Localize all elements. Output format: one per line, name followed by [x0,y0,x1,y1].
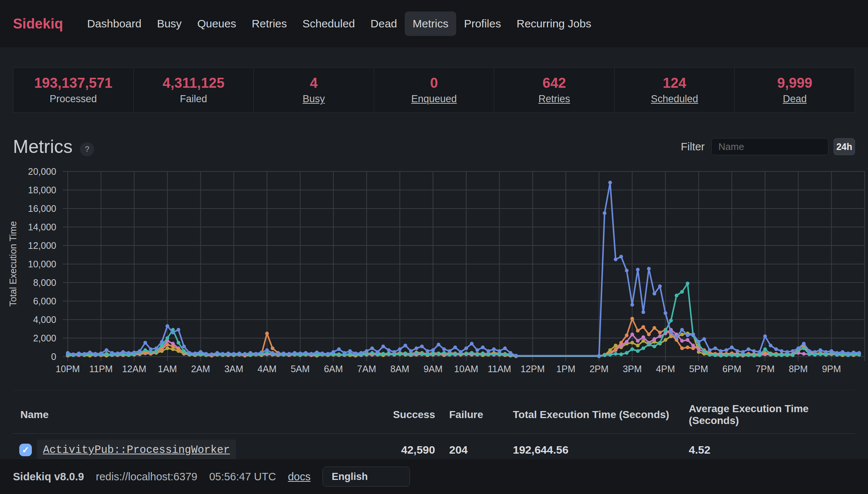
svg-text:14,000: 14,000 [28,222,56,232]
metrics-chart[interactable]: 02,0004,0006,0008,00010,00012,00014,0001… [0,160,868,377]
failure-value: 204 [435,444,499,456]
svg-text:5AM: 5AM [291,364,310,374]
page-head: Metrics ? Filter 24h [13,133,855,160]
svg-text:10AM: 10AM [454,364,478,374]
checkmark-icon: ✓ [22,445,29,454]
svg-text:4,000: 4,000 [33,314,56,325]
language-select[interactable]: English [323,467,410,487]
stat-retries-value: 642 [542,75,566,91]
svg-text:0: 0 [51,351,56,362]
stat-dead: 9,999 Dead [734,68,855,112]
svg-text:7AM: 7AM [357,364,376,374]
time-range-button[interactable]: 24h [834,138,855,155]
svg-text:2AM: 2AM [191,364,210,374]
svg-text:9AM: 9AM [424,364,443,374]
svg-text:2,000: 2,000 [33,333,56,343]
nav-item-dead[interactable]: Dead [363,11,405,36]
svg-text:6,000: 6,000 [33,296,56,306]
svg-text:8PM: 8PM [789,364,808,374]
svg-text:12AM: 12AM [122,364,146,374]
svg-text:8AM: 8AM [390,364,409,374]
stat-busy-link[interactable]: Busy [303,93,325,105]
filter-controls: Filter 24h [681,138,855,155]
svg-text:3AM: 3AM [224,364,243,374]
stat-scheduled-link[interactable]: Scheduled [651,93,698,105]
svg-text:5PM: 5PM [689,364,708,374]
stat-dead-value: 9,999 [777,75,812,91]
nav-item-metrics[interactable]: Metrics [405,11,456,36]
total-execution-time-value: 192,644.56 [499,444,675,456]
svg-text:11AM: 11AM [488,364,511,374]
table-header: Name Success Failure Total Execution Tim… [13,390,855,434]
stat-scheduled: 124 Scheduled [614,68,735,112]
nav-item-scheduled[interactable]: Scheduled [295,11,363,36]
docs-link[interactable]: docs [288,471,310,483]
y-axis-title: Total Execution Time [8,171,19,357]
success-value: 42,590 [373,444,435,456]
filter-label: Filter [681,141,705,153]
svg-text:12,000: 12,000 [28,240,56,251]
worker-name-cell: ✓ ActivityPub::ProcessingWorker [13,440,373,461]
col-header-name: Name [13,409,373,421]
stat-processed-value: 193,137,571 [34,75,112,91]
svg-text:4AM: 4AM [257,364,276,374]
nav-item-profiles[interactable]: Profiles [456,11,509,36]
stat-processed-label: Processed [50,93,97,105]
svg-text:1PM: 1PM [556,364,575,374]
svg-text:6PM: 6PM [722,364,741,374]
nav-item-recurring-jobs[interactable]: Recurring Jobs [509,11,599,36]
help-icon[interactable]: ? [80,142,94,156]
svg-text:10PM: 10PM [56,364,80,374]
svg-text:1AM: 1AM [158,364,177,374]
svg-text:4PM: 4PM [656,364,675,374]
svg-text:7PM: 7PM [755,364,774,374]
nav-item-queues[interactable]: Queues [190,11,244,36]
stat-failed-value: 4,311,125 [163,75,224,91]
nav-item-busy[interactable]: Busy [149,11,190,36]
svg-text:11PM: 11PM [89,364,113,374]
series-visibility-checkbox[interactable]: ✓ [19,444,32,456]
average-execution-time-value: 4.52 [675,444,855,456]
stat-enqueued: 0 Enqueued [374,68,494,112]
svg-text:16,000: 16,000 [28,203,56,214]
stat-scheduled-value: 124 [663,75,686,91]
sidekiq-logo[interactable]: Sidekiq [13,16,63,32]
stat-enqueued-value: 0 [430,75,438,91]
metrics-chart-wrap: Total Execution Time 02,0004,0006,0008,0… [0,160,868,377]
svg-text:3PM: 3PM [623,364,642,374]
sidekiq-version: Sidekiq v8.0.9 [13,471,84,483]
stat-busy-value: 4 [310,75,318,91]
stats-row: 193,137,571 Processed 4,311,125 Failed 4… [13,67,855,113]
svg-text:10,000: 10,000 [28,259,56,269]
title-wrap: Metrics ? [13,136,94,157]
server-time: 05:56:47 UTC [209,471,276,483]
svg-text:6AM: 6AM [324,364,343,374]
svg-text:9PM: 9PM [822,364,841,374]
navbar: Sidekiq Dashboard Busy Queues Retries Sc… [0,0,868,47]
nav-item-retries[interactable]: Retries [244,11,295,36]
filter-name-input[interactable] [711,138,828,155]
col-header-failure: Failure [435,409,499,421]
stat-retries: 642 Retries [494,68,614,112]
svg-text:8,000: 8,000 [33,277,56,288]
svg-text:20,000: 20,000 [28,166,56,177]
stat-failed: 4,311,125 Failed [133,68,254,112]
stat-dead-link[interactable]: Dead [783,93,807,105]
stat-failed-label: Failed [180,93,207,105]
stat-retries-link[interactable]: Retries [538,93,570,105]
nav-item-dashboard[interactable]: Dashboard [79,11,149,36]
col-header-success: Success [373,409,435,421]
col-header-average-execution-time: Average Execution Time (Seconds) [675,403,855,427]
col-header-total-execution-time: Total Execution Time (Seconds) [499,409,675,421]
stat-enqueued-link[interactable]: Enqueued [411,93,457,105]
svg-text:18,000: 18,000 [28,185,56,195]
metrics-table: Name Success Failure Total Execution Tim… [13,390,855,466]
worker-name-link[interactable]: ActivityPub::ProcessingWorker [37,440,236,461]
footer: Sidekiq v8.0.9 redis://localhost:6379 05… [0,459,868,494]
nav-items: Dashboard Busy Queues Retries Scheduled … [79,11,599,36]
stat-busy: 4 Busy [253,68,374,112]
redis-url: redis://localhost:6379 [96,471,197,483]
stat-processed: 193,137,571 Processed [13,68,133,112]
svg-text:2PM: 2PM [590,364,608,374]
page-title: Metrics [13,136,73,157]
